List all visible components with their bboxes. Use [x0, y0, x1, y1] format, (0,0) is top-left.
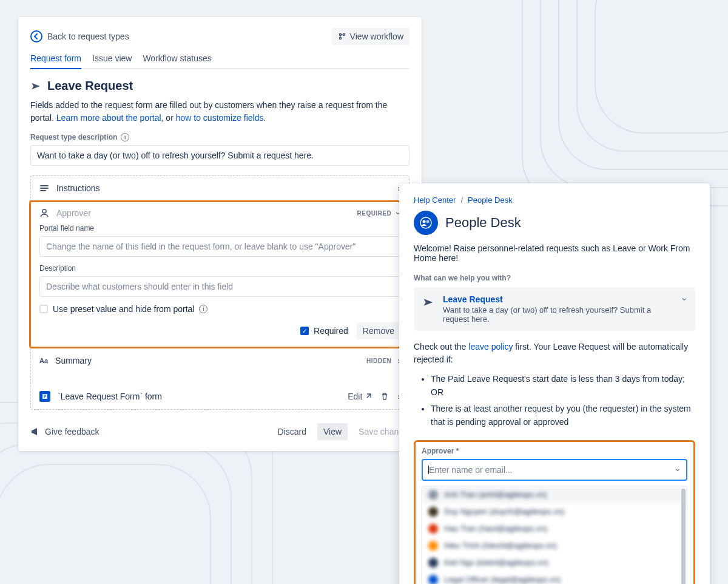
dropdown-item[interactable]: Anh Tran (anht@agileops.vn)	[422, 486, 687, 503]
help-with-label: What can we help you with?	[414, 274, 695, 282]
view-button[interactable]: View	[317, 423, 348, 440]
back-link[interactable]: Back to request types	[30, 30, 129, 42]
description-input[interactable]	[39, 276, 400, 297]
svg-point-4	[426, 220, 430, 223]
policy-bullets: The Paid Leave Request's start date is l…	[414, 372, 695, 429]
approver-select-input[interactable]: Enter name or email... ›	[422, 459, 687, 481]
form-doc-icon	[39, 391, 50, 402]
required-badge: REQUIRED	[357, 210, 392, 217]
request-type-description[interactable]: Want to take a day (or two) off to refre…	[30, 145, 410, 166]
people-desk-logo	[414, 211, 438, 235]
request-type-desc-label: Request type description i	[30, 133, 410, 141]
description-field-label: Description	[39, 264, 400, 273]
tab-request-form[interactable]: Request form	[30, 53, 81, 68]
crumb-people-desk[interactable]: People Desk	[468, 195, 513, 205]
summary-label: Summary	[55, 356, 92, 365]
chevron-down-icon: ›	[681, 298, 690, 301]
dropdown-item-label: Hieu Trinh (hieuht@agileops.vn)	[444, 541, 557, 550]
crumb-help-center[interactable]: Help Center	[414, 195, 456, 205]
breadcrumb: Help Center / People Desk	[414, 195, 695, 205]
request-type-card[interactable]: Leave Request Want to take a day (or two…	[414, 287, 695, 331]
back-label: Back to request types	[47, 32, 129, 41]
trash-icon[interactable]	[380, 392, 389, 401]
field-approver-expanded: Approver REQUIRED › Portal field name De…	[29, 200, 411, 348]
decorative-arcs-top	[522, 0, 728, 206]
leave-form-label: `Leave Request Form` form	[58, 392, 162, 401]
svg-point-3	[423, 220, 426, 223]
avatar	[428, 541, 438, 551]
megaphone-icon	[30, 427, 40, 436]
dropdown-item[interactable]: Legal Officer (legal@agileops.vn)	[422, 571, 687, 584]
field-instructions[interactable]: Instructions ›	[31, 176, 409, 200]
edit-link[interactable]: Edit	[348, 392, 372, 401]
scrollbar[interactable]	[681, 489, 686, 584]
approver-name: Approver	[56, 208, 91, 218]
learn-more-link[interactable]: Learn more about the portal	[56, 113, 161, 123]
avatar	[428, 524, 438, 534]
tab-issue-view[interactable]: Issue view	[92, 53, 132, 68]
form-fields-container: Instructions › Approver REQUIRED › Porta…	[30, 175, 410, 410]
approver-field-label: Approver *	[422, 447, 687, 455]
avatar	[428, 558, 438, 568]
page-title: Leave Request	[47, 79, 133, 93]
portal-title: People Desk	[445, 215, 521, 231]
customize-fields-link[interactable]: how to customize fields	[176, 113, 264, 123]
approver-portal-field: Approver * Enter name or email... › Anh …	[414, 440, 695, 584]
dropdown-item-label: Duy Nguyen (duynh@agileops.vn)	[444, 507, 564, 516]
leave-request-form-row[interactable]: `Leave Request Form` form Edit ›	[31, 384, 409, 409]
person-icon	[39, 208, 49, 218]
dropdown-item[interactable]: Duy Nguyen (duynh@agileops.vn)	[422, 503, 687, 520]
chevron-down-icon: ›	[674, 468, 684, 471]
portal-field-name-input[interactable]	[39, 236, 400, 257]
tab-workflow-statuses[interactable]: Workflow statuses	[143, 53, 211, 68]
dropdown-item[interactable]: Kiet Ngo (kietnt@agileops.vn)	[422, 554, 687, 571]
policy-text: Check out the leave policy first. Your L…	[414, 341, 695, 366]
preset-value-checkbox-row[interactable]: Use preset value and hide from portal i	[39, 304, 400, 314]
workflow-icon	[338, 32, 346, 41]
view-workflow-button[interactable]: View workflow	[332, 28, 410, 45]
checkbox-unchecked-icon	[39, 305, 48, 313]
intro-text: Fields added to the request form are fil…	[30, 99, 410, 124]
checkbox-checked-icon: ✓	[300, 327, 309, 335]
required-checkbox-row[interactable]: ✓ Required	[300, 326, 348, 336]
bullet-item: There is at least another request by you…	[431, 402, 695, 429]
text-aa-icon: Aa	[39, 357, 48, 364]
portal-field-label: Portal field name	[39, 224, 400, 233]
airplane-icon	[30, 81, 41, 92]
request-card-subtitle: Want to take a day (or two) off to refre…	[443, 305, 675, 324]
info-icon[interactable]: i	[199, 305, 207, 313]
instructions-label: Instructions	[56, 183, 100, 193]
discard-button[interactable]: Discard	[271, 423, 312, 440]
portal-welcome: Welcome! Raise personnel-related request…	[414, 243, 695, 263]
dropdown-item-label: Anh Tran (anht@agileops.vn)	[444, 490, 547, 499]
avatar	[428, 575, 438, 584]
external-link-icon	[365, 393, 372, 400]
avatar	[428, 507, 438, 517]
tabs: Request form Issue view Workflow statuse…	[30, 53, 410, 69]
svg-point-0	[42, 209, 46, 213]
request-form-panel: Back to request types View workflow Requ…	[18, 17, 422, 451]
dropdown-item[interactable]: Hieu Trinh (hieuht@agileops.vn)	[422, 537, 687, 554]
portal-preview-panel: Help Center / People Desk People Desk We…	[399, 183, 710, 584]
approver-dropdown: Anh Tran (anht@agileops.vn)Duy Nguyen (d…	[422, 486, 687, 584]
leave-policy-link[interactable]: leave policy	[468, 342, 513, 351]
remove-button[interactable]: Remove	[357, 322, 400, 339]
dropdown-item-label: Legal Officer (legal@agileops.vn)	[444, 575, 561, 584]
give-feedback-link[interactable]: Give feedback	[30, 427, 99, 436]
dropdown-item-label: Hau Tran (haut@agileops.vn)	[444, 524, 547, 533]
dropdown-item[interactable]: Hau Tran (haut@agileops.vn)	[422, 520, 687, 537]
airplane-icon	[422, 296, 434, 309]
bullet-item: The Paid Leave Request's start date is l…	[431, 372, 695, 399]
request-card-title: Leave Request	[443, 294, 675, 304]
info-icon[interactable]: i	[121, 133, 129, 141]
svg-point-2	[420, 217, 431, 228]
field-summary[interactable]: Aa Summary HIDDEN ›	[31, 348, 409, 373]
text-lines-icon	[39, 183, 49, 193]
hidden-badge: HIDDEN	[366, 358, 391, 364]
back-arrow-icon	[30, 30, 42, 42]
avatar	[428, 490, 438, 500]
dropdown-item-label: Kiet Ngo (kietnt@agileops.vn)	[444, 558, 548, 567]
